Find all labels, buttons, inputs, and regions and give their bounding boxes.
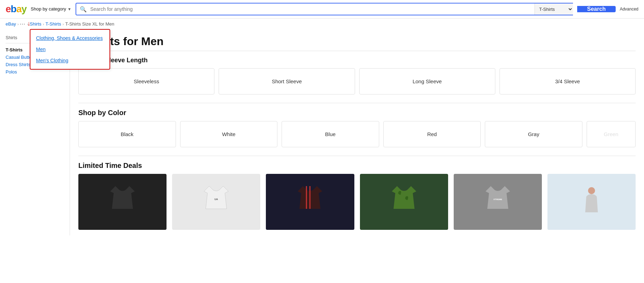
- logo-a: a: [16, 3, 22, 15]
- shirt-svg-3: [296, 184, 324, 219]
- sleeve-tile-long[interactable]: Long Sleeve: [359, 68, 495, 94]
- dropdown-item-mens-clothing[interactable]: Men's Clothing: [30, 55, 109, 66]
- main-content: T-Shirts for Men Shop by Sleeve Length S…: [70, 29, 644, 235]
- color-tile-gray[interactable]: Gray: [485, 121, 582, 147]
- breadcrumb-dots[interactable]: ···: [20, 22, 26, 27]
- deal-card-6[interactable]: [547, 174, 636, 230]
- dropdown-item-men[interactable]: Men: [30, 44, 109, 55]
- ebay-logo[interactable]: ebay: [6, 3, 27, 15]
- section-divider-3: [78, 156, 636, 156]
- shop-by-color-title: Shop by Color: [78, 109, 636, 117]
- deal-card-2[interactable]: UA: [172, 174, 260, 230]
- svg-point-4: [588, 187, 595, 194]
- shirt-svg-5: XTREME: [484, 184, 512, 219]
- deal-card-1[interactable]: [78, 174, 167, 230]
- shirt-svg-4: [390, 184, 418, 219]
- logo-y: y: [21, 3, 27, 15]
- svg-text:XTREME: XTREME: [493, 198, 502, 200]
- breadcrumb-home[interactable]: eBay: [6, 21, 16, 27]
- breadcrumb-area: ↓ eBay › ··· › Shirts › T-Shirts › T-Shi…: [0, 19, 644, 29]
- sleeve-tile-short[interactable]: Short Sleeve: [219, 68, 355, 94]
- dropdown-item-clothing[interactable]: Clothing, Shoes & Accessories: [30, 33, 109, 44]
- red-arrow-icon: ↓: [27, 20, 30, 27]
- shop-by-category-label: Shop by category: [31, 6, 66, 12]
- section-divider-1: [78, 51, 636, 51]
- search-input[interactable]: [90, 3, 535, 15]
- breadcrumb-tshirts[interactable]: T-Shirts: [45, 21, 61, 27]
- color-tile-blue[interactable]: Blue: [282, 121, 379, 147]
- sleeve-tiles-row: Sleeveless Short Sleeve Long Sleeve 3/4 …: [78, 68, 636, 94]
- color-tile-black[interactable]: Black: [78, 121, 176, 147]
- search-bar: 🔍 T-Shirts: [76, 3, 573, 15]
- shirt-svg-1: [108, 184, 136, 219]
- limited-time-deals-title: Limited Time Deals: [78, 162, 636, 170]
- deals-row: UA: [78, 174, 636, 230]
- shop-by-category-button[interactable]: Shop by category ▼: [31, 6, 71, 12]
- color-tile-white[interactable]: White: [180, 121, 278, 147]
- color-tiles-row: Black White Blue Red Gray Green: [78, 121, 636, 147]
- breadcrumb-current: T-Shirts Size XL for Men: [65, 21, 114, 27]
- svg-text:UA: UA: [214, 198, 218, 200]
- logo-e: e: [6, 3, 11, 15]
- page-title: T-Shirts for Men: [78, 35, 636, 48]
- logo-b: b: [11, 3, 16, 15]
- category-select[interactable]: T-Shirts: [535, 3, 573, 15]
- header: ebay Shop by category ▼ 🔍 T-Shirts Searc…: [0, 0, 644, 19]
- breadcrumb-sep-4: ›: [63, 22, 64, 26]
- breadcrumb: eBay › ··· › Shirts › T-Shirts › T-Shirt…: [0, 19, 644, 29]
- breadcrumb-sep-3: ›: [43, 22, 44, 26]
- search-button[interactable]: Search: [577, 6, 615, 12]
- color-tile-red[interactable]: Red: [383, 121, 481, 147]
- sleeve-tile-sleeveless[interactable]: Sleeveless: [78, 68, 214, 94]
- section-divider-2: [78, 103, 636, 103]
- shirt-svg-2: UA: [202, 184, 230, 219]
- shop-by-sleeve-label: Shop by Sleeve Length: [78, 57, 636, 64]
- deal-card-4[interactable]: [360, 174, 448, 230]
- advanced-link[interactable]: Advanced: [620, 7, 638, 12]
- person-svg: [581, 184, 602, 219]
- sleeve-tile-threequarter[interactable]: 3/4 Sleeve: [500, 68, 636, 94]
- chevron-down-icon: ▼: [68, 7, 71, 11]
- breadcrumb-shirts[interactable]: Shirts: [30, 21, 41, 27]
- deal-card-5[interactable]: XTREME: [454, 174, 542, 230]
- deal-card-3[interactable]: [266, 174, 354, 230]
- breadcrumb-dropdown: Clothing, Shoes & Accessories Men Men's …: [30, 29, 110, 70]
- breadcrumb-sep-1: ›: [17, 22, 19, 26]
- search-icon: 🔍: [76, 3, 90, 15]
- color-tile-green[interactable]: Green: [587, 121, 636, 147]
